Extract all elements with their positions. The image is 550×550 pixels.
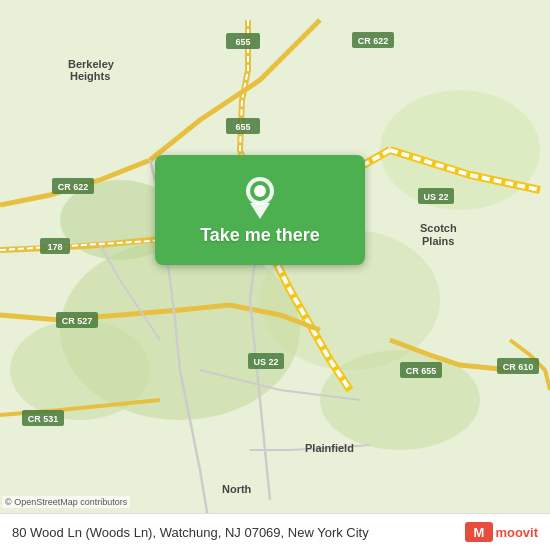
moovit-text: moovit	[495, 525, 538, 540]
svg-text:CR 655: CR 655	[406, 366, 437, 376]
svg-text:655: 655	[235, 37, 250, 47]
svg-text:Heights: Heights	[70, 70, 110, 82]
svg-text:655: 655	[235, 122, 250, 132]
svg-text:US 22: US 22	[423, 192, 448, 202]
svg-text:Plainfield: Plainfield	[305, 442, 354, 454]
svg-point-37	[254, 185, 266, 197]
svg-text:North: North	[222, 483, 252, 495]
svg-text:CR 622: CR 622	[58, 182, 89, 192]
svg-text:M: M	[474, 525, 485, 540]
svg-text:Plains: Plains	[422, 235, 454, 247]
svg-text:CR 527: CR 527	[62, 316, 93, 326]
svg-text:CR 531: CR 531	[28, 414, 59, 424]
svg-point-2	[380, 90, 540, 210]
map-container: 655 655 CR 622 CR 622 US 22 US 22 178 CR…	[0, 0, 550, 550]
bottom-bar: 80 Wood Ln (Woods Ln), Watchung, NJ 0706…	[0, 513, 550, 550]
moovit-logo: M moovit	[465, 522, 538, 542]
map-pin-icon	[242, 175, 278, 219]
svg-text:Berkeley: Berkeley	[68, 58, 115, 70]
take-me-there-label: Take me there	[200, 225, 320, 246]
svg-marker-38	[250, 203, 270, 219]
moovit-icon: M	[465, 522, 493, 542]
map-svg: 655 655 CR 622 CR 622 US 22 US 22 178 CR…	[0, 0, 550, 550]
take-me-there-button[interactable]: Take me there	[155, 155, 365, 265]
svg-text:US 22: US 22	[253, 357, 278, 367]
svg-text:178: 178	[47, 242, 62, 252]
svg-text:CR 622: CR 622	[358, 36, 389, 46]
map-attribution: © OpenStreetMap contributors	[2, 496, 130, 508]
address-text: 80 Wood Ln (Woods Ln), Watchung, NJ 0706…	[12, 525, 465, 540]
svg-text:Scotch: Scotch	[420, 222, 457, 234]
svg-text:CR 610: CR 610	[503, 362, 534, 372]
